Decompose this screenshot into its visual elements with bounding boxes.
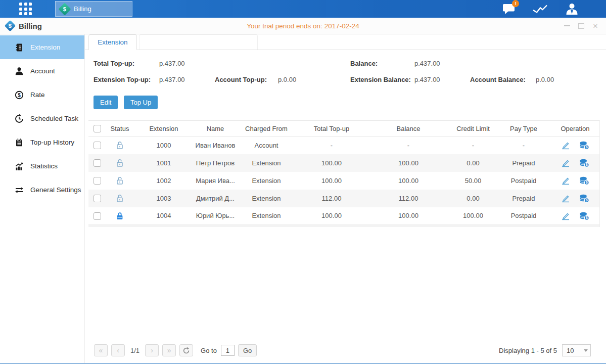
cell-balance: 100.00 xyxy=(367,154,450,172)
svg-text:$: $ xyxy=(586,146,588,150)
sidebar-item-extension[interactable]: Extension xyxy=(0,35,84,59)
cell-credit-limit: 100.00 xyxy=(450,207,496,225)
notifications-icon[interactable]: ! xyxy=(501,3,517,16)
cell-charged-from: Account xyxy=(237,136,296,154)
rate-dollar-icon: $ xyxy=(15,90,24,100)
cell-pay-type: Prepaid xyxy=(496,154,551,172)
edit-icon[interactable] xyxy=(561,141,570,150)
statistics-chart-icon xyxy=(15,162,24,171)
row-checkbox[interactable] xyxy=(94,159,101,167)
sidebar-item-scheduled-task[interactable]: Scheduled Task xyxy=(0,107,84,130)
sidebar-item-topup-history[interactable]: Top-up History xyxy=(0,130,84,154)
extensions-table: Status Extension Name Charged From Total… xyxy=(88,120,600,227)
extension-journal-icon xyxy=(15,43,24,52)
cell-pay-type: Postpaid xyxy=(496,172,551,190)
main-panel: Extension Total Top-up: p.437.00 Balance… xyxy=(85,34,606,364)
cell-extension: 1001 xyxy=(133,154,194,172)
topup-icon[interactable]: $ xyxy=(579,194,589,203)
cell-total-topup: 100.00 xyxy=(296,154,367,172)
maximize-button[interactable] xyxy=(577,21,586,30)
goto-page-input[interactable] xyxy=(221,345,235,356)
refresh-button[interactable] xyxy=(179,344,193,356)
table-row: 1001 Петр Петров Extension 100.00 100.00… xyxy=(88,154,599,172)
cell-pay-type: - xyxy=(496,136,551,154)
svg-text:$: $ xyxy=(18,92,21,98)
window-titlebar: $ Billing Your trial period ends on: 201… xyxy=(0,18,606,34)
dropdown-arrow-icon xyxy=(581,349,590,352)
lock-open-icon[interactable] xyxy=(115,141,124,150)
person-icon xyxy=(565,3,579,16)
tab-bar: Extension xyxy=(85,34,606,50)
go-button[interactable]: Go xyxy=(238,344,257,356)
next-page-button[interactable]: › xyxy=(145,344,159,356)
cell-total-topup: 100.00 xyxy=(296,207,367,225)
line-chart-icon xyxy=(532,3,548,15)
edit-icon[interactable] xyxy=(561,194,570,203)
user-account-icon[interactable] xyxy=(564,3,580,16)
topup-icon[interactable]: $ xyxy=(579,141,589,150)
tab-extension[interactable]: Extension xyxy=(88,34,137,50)
row-checkbox[interactable] xyxy=(94,177,101,185)
close-button[interactable]: × xyxy=(591,21,600,30)
taskbar: $ Billing ! xyxy=(0,0,606,18)
trial-notice: Your trial period ends on: 2017-02-24 xyxy=(0,22,606,30)
general-settings-arrows-icon xyxy=(15,186,24,195)
table-bottom-strip xyxy=(88,225,599,227)
goto-label: Go to xyxy=(201,347,217,354)
table-header-row: Status Extension Name Charged From Total… xyxy=(88,121,599,136)
row-checkbox[interactable] xyxy=(94,212,101,220)
edit-button[interactable]: Edit xyxy=(94,96,118,109)
tab-placeholder xyxy=(139,34,258,50)
sidebar-item-rate[interactable]: $ Rate xyxy=(0,83,84,107)
table-row: 1003 Дмитрий Д... Extension 112.00 112.0… xyxy=(88,190,599,207)
sidebar-item-label: Extension xyxy=(30,43,60,51)
first-page-button[interactable]: « xyxy=(94,344,108,356)
row-checkbox[interactable] xyxy=(94,142,101,149)
sidebar-item-account[interactable]: Account xyxy=(0,59,84,83)
cell-credit-limit: 50.00 xyxy=(450,172,496,190)
last-page-button[interactable]: » xyxy=(162,344,176,356)
sidebar-item-statistics[interactable]: Statistics xyxy=(0,154,84,178)
lock-closed-icon[interactable] xyxy=(115,211,124,220)
cell-balance: 100.00 xyxy=(367,172,450,190)
topup-icon[interactable]: $ xyxy=(579,158,589,167)
row-checkbox[interactable] xyxy=(94,195,101,202)
billing-window-icon: $ xyxy=(5,20,16,32)
header-credit-limit: Credit Limit xyxy=(450,121,496,136)
sidebar-item-general-settings[interactable]: General Settings xyxy=(0,178,84,202)
lock-open-icon[interactable] xyxy=(115,158,124,167)
topup-icon[interactable]: $ xyxy=(579,176,589,185)
header-status: Status xyxy=(106,121,133,136)
extension-topup-value: p.437.00 xyxy=(159,76,215,83)
edit-icon[interactable] xyxy=(561,158,570,167)
sidebar-item-label: Top-up History xyxy=(30,139,74,146)
cell-name: Юрий Юрь... xyxy=(194,207,237,225)
cell-total-topup: - xyxy=(296,136,367,154)
lock-open-icon[interactable] xyxy=(115,194,124,203)
header-charged-from: Charged From xyxy=(237,121,296,136)
header-balance: Balance xyxy=(367,121,450,136)
lock-open-icon[interactable] xyxy=(115,176,124,185)
prev-page-button[interactable]: ‹ xyxy=(111,344,125,356)
window-title: Billing xyxy=(19,22,42,30)
topup-button[interactable]: Top Up xyxy=(124,96,158,109)
svg-text:$: $ xyxy=(586,163,588,167)
app-launcher-icon[interactable] xyxy=(19,3,32,15)
select-all-checkbox[interactable] xyxy=(94,125,101,132)
edit-icon[interactable] xyxy=(561,211,570,220)
pagination-bar: « ‹ 1/1 › » Go to Go Displaying 1 - 5 of… xyxy=(85,341,606,364)
cell-total-topup: 112.00 xyxy=(296,190,367,207)
edit-icon[interactable] xyxy=(561,176,570,185)
extension-topup-label: Extension Top-up: xyxy=(94,76,159,83)
header-total-topup: Total Top-up xyxy=(296,121,367,136)
resource-monitor-icon[interactable] xyxy=(532,3,548,16)
extension-balance-value: p.437.00 xyxy=(414,76,470,83)
minimize-button[interactable] xyxy=(563,21,572,30)
taskbar-billing-tab[interactable]: $ Billing xyxy=(55,1,132,17)
cell-extension: 1000 xyxy=(133,136,194,154)
page-size-value: 10 xyxy=(563,347,581,354)
sidebar-item-label: Rate xyxy=(30,91,45,99)
topup-icon[interactable]: $ xyxy=(579,211,589,220)
page-size-select[interactable]: 10 xyxy=(562,344,591,356)
scheduled-task-clock-icon xyxy=(15,114,24,123)
